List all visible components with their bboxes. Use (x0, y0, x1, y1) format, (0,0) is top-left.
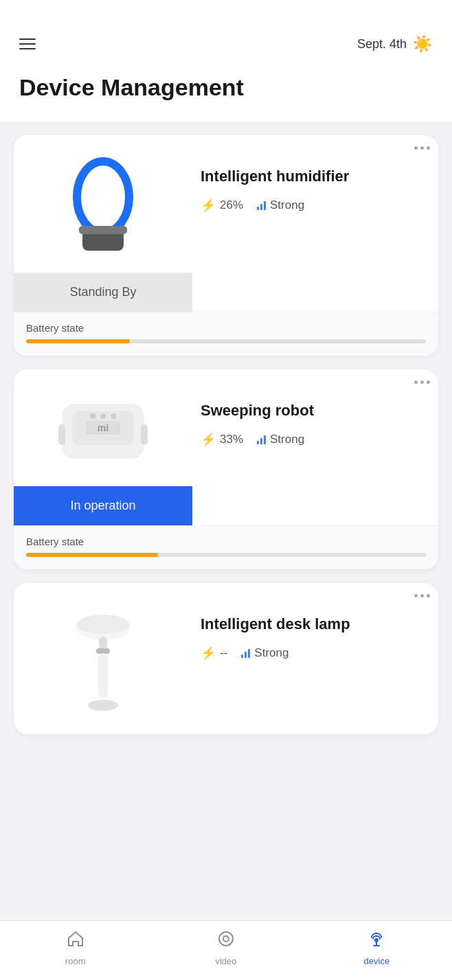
robot-image: mi (48, 383, 158, 472)
humidifier-battery-bar-fill (26, 339, 130, 343)
home-icon (66, 929, 85, 953)
robot-stats: ⚡ 33% Strong (201, 432, 426, 447)
humidifier-stats: ⚡ 26% Strong (201, 198, 426, 213)
header-right: Sept. 4th ☀️ (357, 34, 433, 54)
svg-point-20 (223, 936, 229, 942)
robot-battery-section: Battery state (14, 525, 438, 569)
device-icon (367, 929, 386, 953)
robot-battery-label: Battery state (26, 536, 426, 547)
nav-item-room[interactable]: room (0, 921, 150, 980)
svg-point-8 (90, 413, 95, 419)
humidifier-battery-bar-bg (26, 339, 426, 343)
device-list: Standing By Intelligent humidifier ⚡ 26% (0, 122, 452, 748)
humidifier-name: Intelligent humidifier (201, 167, 426, 187)
lightning-icon: ⚡ (201, 432, 216, 447)
robot-info: Sweeping robot ⚡ 33% Strong (192, 369, 438, 525)
humidifier-battery-stat: ⚡ 26% (201, 198, 243, 213)
lamp-stats: ⚡ -- Strong (201, 646, 426, 661)
svg-point-18 (88, 700, 118, 711)
humidifier-image-section: Standing By (14, 135, 192, 312)
wifi-icon (257, 435, 266, 444)
dot (414, 380, 418, 384)
date-text: Sept. 4th (357, 37, 407, 52)
robot-battery-bar-fill (26, 553, 158, 557)
humidifier-battery-section: Battery state (14, 312, 438, 356)
page-title-section: Device Management (0, 60, 452, 122)
svg-point-19 (219, 932, 233, 946)
dot (427, 594, 430, 597)
dot (420, 594, 424, 597)
device-card-humidifier: Standing By Intelligent humidifier ⚡ 26% (14, 135, 438, 356)
page-title: Device Management (19, 74, 433, 101)
svg-point-9 (100, 413, 106, 419)
robot-battery-stat: ⚡ 33% (201, 432, 243, 447)
nav-label-video: video (215, 956, 236, 966)
svg-point-10 (111, 413, 116, 419)
device-card-lamp: Intelligent desk lamp ⚡ -- Strong (14, 583, 438, 734)
humidifier-status: Standing By (14, 273, 192, 312)
menu-button[interactable] (19, 38, 36, 49)
humidifier-info: Intelligent humidifier ⚡ 26% Strong (192, 135, 438, 312)
lamp-image (69, 604, 137, 714)
svg-rect-3 (79, 226, 127, 234)
humidifier-image-container (14, 135, 192, 273)
dot (414, 594, 418, 597)
wifi-icon (257, 201, 266, 210)
svg-point-1 (89, 174, 117, 220)
robot-image-section: mi In operation (14, 369, 192, 525)
lightning-icon: ⚡ (201, 198, 216, 213)
nav-label-device: device (364, 956, 390, 966)
humidifier-battery-label: Battery state (26, 322, 426, 334)
header: Sept. 4th ☀️ (0, 0, 452, 60)
dot (414, 146, 418, 150)
lamp-image-section (14, 583, 192, 734)
humidifier-image (62, 149, 144, 259)
card-top-humidifier: Standing By Intelligent humidifier ⚡ 26% (14, 135, 438, 312)
nav-label-room: room (65, 956, 86, 966)
robot-signal-value: Strong (270, 433, 304, 446)
robot-battery-value: 33% (220, 433, 243, 446)
svg-rect-17 (98, 653, 108, 698)
svg-rect-12 (141, 424, 148, 445)
wifi-icon (241, 648, 250, 658)
dot (427, 146, 430, 150)
sun-icon: ☀️ (412, 34, 433, 54)
robot-name: Sweeping robot (201, 401, 426, 421)
lamp-info: Intelligent desk lamp ⚡ -- Strong (192, 583, 438, 734)
dot (427, 380, 430, 384)
robot-battery-bar-bg (26, 553, 426, 557)
video-icon (216, 929, 236, 953)
humidifier-signal-value: Strong (270, 198, 304, 212)
nav-item-video[interactable]: video (150, 921, 301, 980)
humidifier-more-button[interactable] (411, 144, 433, 152)
lamp-signal-stat: Strong (241, 646, 289, 660)
lamp-signal-value: Strong (254, 646, 289, 660)
dot (420, 146, 424, 150)
robot-signal-stat: Strong (257, 433, 304, 446)
lightning-icon-gray: ⚡ (201, 646, 216, 661)
card-top-lamp: Intelligent desk lamp ⚡ -- Strong (14, 583, 438, 734)
robot-more-button[interactable] (411, 378, 433, 387)
nav-item-device[interactable]: device (302, 921, 452, 980)
lamp-more-button[interactable] (411, 591, 433, 600)
svg-rect-11 (58, 424, 65, 445)
lamp-image-container (14, 583, 192, 734)
card-top-robot: mi In operation (14, 369, 438, 525)
humidifier-battery-value: 26% (220, 198, 243, 212)
svg-rect-16 (96, 648, 110, 654)
svg-text:mi: mi (98, 422, 109, 433)
lamp-battery-value: -- (220, 646, 227, 660)
dot (420, 380, 424, 384)
humidifier-signal-stat: Strong (257, 198, 304, 212)
lamp-name: Intelligent desk lamp (201, 615, 426, 635)
robot-status: In operation (14, 486, 192, 525)
bottom-nav: room video device (0, 920, 452, 980)
svg-point-14 (77, 615, 129, 634)
robot-image-container: mi (14, 369, 192, 486)
device-card-robot: mi In operation (14, 369, 438, 569)
lamp-battery-stat: ⚡ -- (201, 646, 227, 661)
